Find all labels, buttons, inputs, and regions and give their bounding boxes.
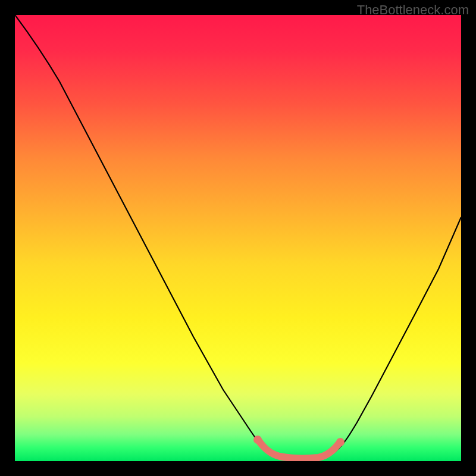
bottleneck-curve: [15, 15, 461, 458]
highlight-start-dot: [253, 436, 262, 444]
plot-area: [15, 15, 461, 461]
highlight-end-dot: [336, 438, 345, 446]
curve-layer: [15, 15, 461, 461]
watermark-text: TheBottleneck.com: [357, 2, 469, 18]
optimal-zone-highlight: [259, 441, 339, 458]
